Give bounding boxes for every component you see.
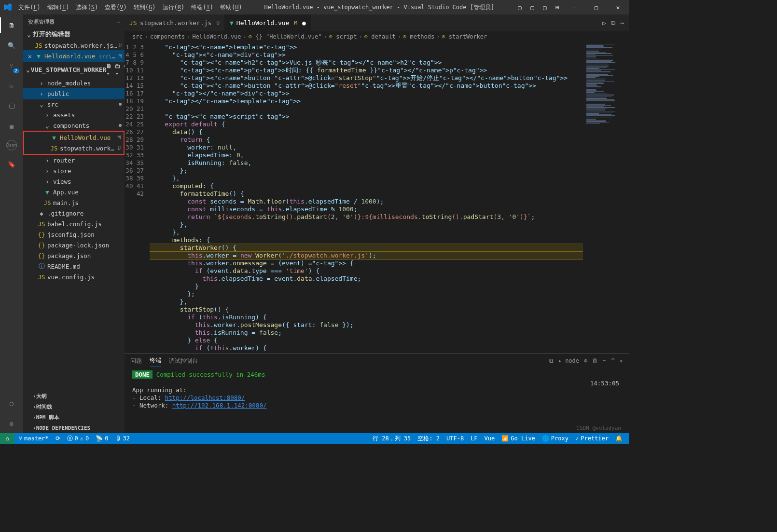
breadcrumb-item[interactable]: ⊙ default bbox=[364, 33, 396, 40]
tree-item[interactable]: ⓘREADME.md bbox=[23, 261, 125, 272]
editor-tab[interactable]: ▼HelloWorld.vueM● bbox=[225, 14, 311, 31]
status-notifications-icon[interactable]: 🔔 bbox=[612, 435, 626, 443]
code-content[interactable]: "c-tag"><"c-name">template"c-tag">> "c-t… bbox=[150, 42, 583, 353]
source-control-icon[interactable]: ⑂2 bbox=[5, 59, 18, 72]
terminal-profile[interactable]: ▸ node bbox=[558, 355, 579, 366]
menu-item[interactable]: 文件(F) bbox=[15, 1, 43, 14]
new-file-icon[interactable]: 🗎₊ bbox=[106, 63, 112, 76]
close-button[interactable]: ✕ bbox=[607, 0, 629, 14]
project-header[interactable]: ⌄VUE_STOPWATCH_WORKER 🗎₊ 🗀₊ ↻ ⊟ bbox=[23, 61, 125, 78]
toggle-secondary-icon[interactable]: ▢ bbox=[541, 4, 548, 11]
status-metric[interactable]: 🛢 32 bbox=[112, 435, 133, 442]
tree-item[interactable]: ›store bbox=[23, 165, 125, 176]
tree-item[interactable]: {}package-lock.json bbox=[23, 240, 125, 250]
settings-gear-icon[interactable]: ⚙ bbox=[5, 417, 18, 430]
status-sync[interactable]: ⟳ bbox=[52, 435, 64, 442]
toggle-panel-icon[interactable]: ▢ bbox=[529, 4, 536, 11]
toggle-sidebar-icon[interactable]: ▢ bbox=[516, 4, 523, 11]
status-branch[interactable]: ⑂ master* bbox=[15, 435, 52, 442]
status-errors[interactable]: ⓧ 0 ⚠ 0 bbox=[64, 435, 93, 443]
tree-item[interactable]: JSbabel.config.js bbox=[23, 218, 125, 229]
tree-item[interactable]: {}jsconfig.json bbox=[23, 229, 125, 240]
tree-item[interactable]: ›public bbox=[23, 88, 125, 99]
accounts-icon[interactable]: ◯ bbox=[5, 396, 18, 410]
run-icon[interactable]: ▷ bbox=[602, 19, 606, 27]
terminal-more-icon[interactable]: ⋯ bbox=[603, 355, 606, 366]
status-language[interactable]: Vue bbox=[481, 435, 499, 443]
status-port[interactable]: 📡 0 bbox=[92, 435, 111, 442]
panel-tab[interactable]: 问题 bbox=[130, 355, 142, 367]
sidebar-more-icon[interactable]: ⋯ bbox=[116, 19, 120, 25]
sidebar-section[interactable]: › NODE DEPENDENCIES bbox=[23, 423, 125, 433]
menu-item[interactable]: 运行(R) bbox=[160, 1, 188, 14]
menu-item[interactable]: 转到(G) bbox=[131, 1, 159, 14]
tree-item[interactable]: ▼App.vue bbox=[23, 187, 125, 197]
terminal-split-icon[interactable]: ⧉ bbox=[549, 355, 554, 366]
menu-item[interactable]: 选择(S) bbox=[73, 1, 101, 14]
sidebar-section[interactable]: › NPM 脚本 bbox=[23, 412, 125, 423]
remote-explorer-icon[interactable]: 🖵 bbox=[5, 99, 18, 113]
breadcrumb-item[interactable]: HelloWorld.vue bbox=[192, 33, 241, 40]
editor-tab[interactable]: JSstopwatch.worker.jsU bbox=[125, 14, 225, 31]
panel-tab[interactable]: 终端 bbox=[150, 355, 161, 367]
tree-item[interactable]: ›assets bbox=[23, 109, 125, 120]
extensions-icon[interactable]: ▦ bbox=[5, 120, 18, 133]
terminal-new-icon[interactable]: ⊕ bbox=[584, 355, 587, 366]
open-editors-header[interactable]: ⌄打开的编辑器 bbox=[23, 29, 125, 40]
sidebar-section[interactable]: › 大纲 bbox=[23, 391, 125, 401]
breadcrumb-item[interactable]: ⊙ script bbox=[329, 33, 357, 40]
json-ext-icon[interactable]: Json bbox=[6, 140, 17, 150]
status-eol[interactable]: LF bbox=[467, 435, 481, 443]
bookmarks-icon[interactable]: 🔖 bbox=[5, 157, 18, 171]
breadcrumb-item[interactable]: src bbox=[132, 33, 143, 40]
breadcrumb-item[interactable]: ⊙ {} "HelloWorld.vue" bbox=[249, 33, 322, 40]
split-icon[interactable]: ⧉ bbox=[611, 19, 615, 27]
status-golive[interactable]: 📶 Go Live bbox=[498, 435, 539, 443]
editor[interactable]: 1 2 3 4 5 6 7 8 9 10 11 12 13 14 15 16 1… bbox=[125, 42, 629, 353]
tree-item[interactable]: ▼HelloWorld.vueM bbox=[24, 132, 124, 143]
status-prettier[interactable]: ✓ Prettier bbox=[572, 435, 612, 443]
minimize-button[interactable]: — bbox=[564, 0, 585, 14]
panel-maximize-icon[interactable]: ^ bbox=[611, 355, 615, 366]
tree-item[interactable]: ›router bbox=[23, 155, 125, 165]
terminal-link[interactable]: http://localhost:8080/ bbox=[165, 394, 245, 401]
remote-indicator[interactable]: ⌂ bbox=[0, 433, 14, 444]
terminal-output[interactable]: DONE Compiled successfully in 246ms 14:5… bbox=[125, 368, 629, 433]
open-editor-item[interactable]: ✕▼HelloWorld.vue src\compon...M bbox=[23, 51, 125, 61]
minimap[interactable] bbox=[583, 42, 629, 353]
tree-item[interactable]: ›node_modules bbox=[23, 78, 125, 88]
run-debug-icon[interactable]: ▷ bbox=[5, 79, 18, 93]
status-encoding[interactable]: UTF-8 bbox=[443, 435, 467, 443]
open-editor-item[interactable]: JSstopwatch.worker.js src\co...U bbox=[23, 40, 125, 51]
menu-item[interactable]: 终端(T) bbox=[188, 1, 216, 14]
sidebar-section[interactable]: › 时间线 bbox=[23, 401, 125, 412]
tree-item[interactable]: ›views bbox=[23, 176, 125, 187]
status-spaces[interactable]: 空格: 2 bbox=[414, 435, 443, 443]
terminal-link[interactable]: http://192.168.1.142:8080/ bbox=[172, 402, 267, 409]
tree-item[interactable]: ◆.gitignore bbox=[23, 208, 125, 218]
breadcrumb-item[interactable]: ⊙ methods bbox=[403, 33, 434, 40]
menu-item[interactable]: 帮助(H) bbox=[217, 1, 245, 14]
panel-close-icon[interactable]: ✕ bbox=[620, 355, 623, 366]
tree-item[interactable]: JSvue.config.js bbox=[23, 272, 125, 282]
terminal-kill-icon[interactable]: 🗑 bbox=[592, 355, 598, 366]
panel-tab[interactable]: 调试控制台 bbox=[169, 355, 198, 367]
breadcrumbs[interactable]: src › components › HelloWorld.vue › ⊙ {}… bbox=[125, 31, 629, 42]
breadcrumb-item[interactable]: components bbox=[150, 33, 185, 40]
menu-item[interactable]: 编辑(E) bbox=[44, 1, 72, 14]
status-cursor[interactable]: 行 28，列 35 bbox=[369, 435, 414, 443]
explorer-icon[interactable]: 🗎 bbox=[5, 18, 18, 32]
new-folder-icon[interactable]: 🗀₊ bbox=[115, 63, 121, 76]
customize-layout-icon[interactable]: ⊞ bbox=[554, 4, 561, 11]
status-proxy[interactable]: 🌐 Proxy bbox=[539, 435, 572, 443]
menu-item[interactable]: 查看(V) bbox=[102, 1, 130, 14]
tree-item[interactable]: JSstopwatch.worker.jsU bbox=[24, 143, 124, 153]
tree-item[interactable]: {}package.json bbox=[23, 250, 125, 261]
search-icon[interactable]: 🔍 bbox=[5, 39, 18, 52]
more-icon[interactable]: ⋯ bbox=[620, 19, 624, 27]
tree-item[interactable]: ⌄components bbox=[23, 120, 125, 131]
breadcrumb-item[interactable]: ⊙ startWorker bbox=[442, 33, 487, 40]
tree-item[interactable]: ⌄src bbox=[23, 99, 125, 109]
tree-item[interactable]: JSmain.js bbox=[23, 197, 125, 208]
close-tab-icon[interactable]: ● bbox=[302, 19, 306, 27]
